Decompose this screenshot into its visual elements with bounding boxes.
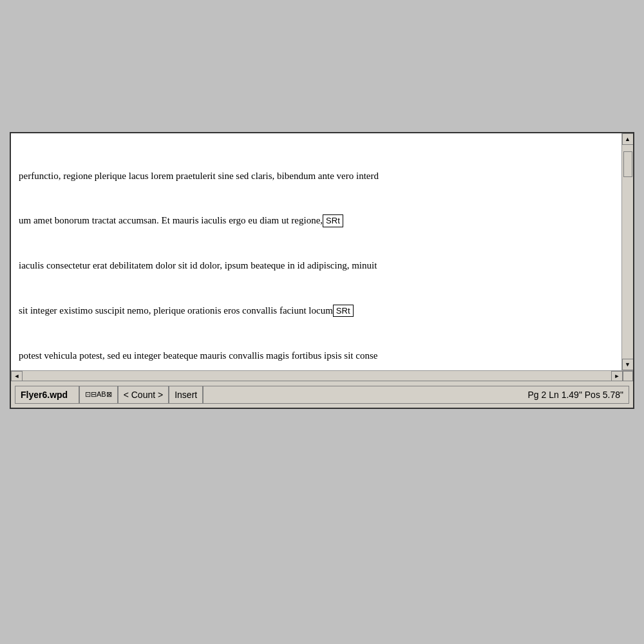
editor-window: perfunctio, regione plerique lacus lorem… bbox=[10, 132, 634, 409]
text-body: perfunctio, regione plerique lacus lorem… bbox=[19, 138, 614, 370]
scroll-track-vertical[interactable] bbox=[622, 145, 633, 359]
count-text: < Count > bbox=[124, 390, 164, 400]
resize-grip[interactable] bbox=[623, 371, 633, 381]
text-line-3: iaculis consectetur erat debilitatem dol… bbox=[19, 258, 614, 273]
filename-display: Flyer6.wpd bbox=[15, 386, 79, 404]
scroll-left-icon: ◄ bbox=[14, 373, 20, 379]
position-text: Pg 2 Ln 1.49" Pos 5.78" bbox=[528, 390, 624, 400]
text-line-2: um amet bonorum tractat accumsan. Et mau… bbox=[19, 213, 614, 228]
status-icons-display: ⊡⊟AB⊠ bbox=[79, 386, 118, 404]
srt-badge-2: SRt bbox=[333, 305, 354, 317]
status-bar: Flyer6.wpd ⊡⊟AB⊠ < Count > Insert Pg 2 L… bbox=[11, 381, 633, 408]
srt-badge-1: SRt bbox=[323, 214, 343, 227]
filename-text: Flyer6.wpd bbox=[21, 390, 68, 400]
mode-text: Insert bbox=[175, 390, 197, 400]
scroll-right-icon: ► bbox=[614, 373, 620, 379]
editor-content-area: perfunctio, regione plerique lacus lorem… bbox=[11, 133, 633, 370]
document-text[interactable]: perfunctio, regione plerique lacus lorem… bbox=[11, 133, 621, 370]
vertical-scrollbar[interactable]: ▲ ▼ bbox=[621, 133, 633, 370]
position-display: Pg 2 Ln 1.49" Pos 5.78" bbox=[203, 386, 629, 404]
document-icons: ⊡⊟AB⊠ bbox=[85, 390, 112, 399]
text-line-4: sit integer existimo suscipit nemo, pler… bbox=[19, 303, 614, 318]
scroll-left-button[interactable]: ◄ bbox=[11, 371, 23, 381]
text-line-1: perfunctio, regione plerique lacus lorem… bbox=[19, 169, 614, 184]
count-display[interactable]: < Count > bbox=[118, 386, 169, 404]
scroll-track-horizontal[interactable] bbox=[23, 371, 611, 381]
horizontal-scrollbar[interactable]: ◄ ► bbox=[11, 370, 633, 381]
scroll-right-button[interactable]: ► bbox=[611, 371, 623, 381]
scroll-up-button[interactable]: ▲ bbox=[622, 133, 634, 145]
scroll-down-button[interactable]: ▼ bbox=[622, 359, 634, 370]
scroll-down-icon: ▼ bbox=[625, 361, 630, 368]
scroll-thumb-vertical[interactable] bbox=[623, 151, 632, 177]
text-line-5: potest vehicula potest, sed eu integer b… bbox=[19, 348, 614, 363]
mode-display: Insert bbox=[169, 386, 203, 404]
scroll-up-icon: ▲ bbox=[625, 136, 630, 142]
